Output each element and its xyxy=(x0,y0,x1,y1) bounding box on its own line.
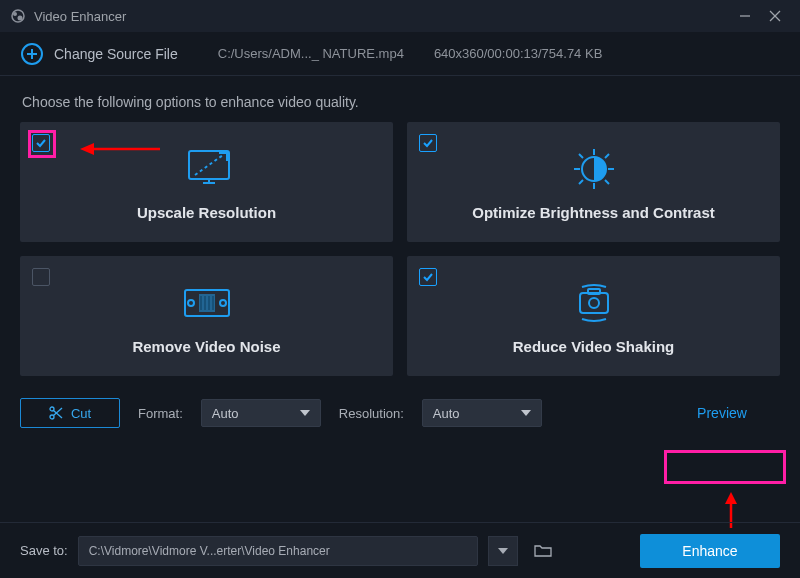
card-title-brightness: Optimize Brightness and Contrast xyxy=(472,204,715,221)
checkbox-noise[interactable] xyxy=(32,268,50,286)
svg-marker-39 xyxy=(300,410,310,416)
brightness-icon xyxy=(564,144,624,194)
enhance-button[interactable]: Enhance xyxy=(640,534,780,568)
card-reduce-shaking[interactable]: Reduce Video Shaking xyxy=(407,256,780,376)
svg-point-36 xyxy=(50,415,54,419)
open-folder-button[interactable] xyxy=(528,536,558,566)
svg-marker-10 xyxy=(80,143,94,155)
card-title-shaking: Reduce Video Shaking xyxy=(513,338,674,355)
card-upscale-resolution[interactable]: Upscale Resolution xyxy=(20,122,393,242)
resolution-label: Resolution: xyxy=(339,406,404,421)
saveto-dropdown-button[interactable] xyxy=(488,536,518,566)
footer: Save to: C:\Vidmore\Vidmore V...erter\Vi… xyxy=(0,522,800,578)
controls-row: Cut Format: Auto Resolution: Auto Previe… xyxy=(0,376,800,428)
annotation-highlight-preview xyxy=(664,450,786,484)
preview-button[interactable]: Preview xyxy=(664,398,780,428)
file-meta: 640x360/00:00:13/754.74 KB xyxy=(434,46,602,61)
instruction-text: Choose the following options to enhance … xyxy=(0,76,800,122)
svg-line-23 xyxy=(579,180,583,184)
scissors-icon xyxy=(49,406,63,420)
options-grid: Upscale Resolution Optimize Brightness a… xyxy=(0,122,800,376)
checkbox-shaking[interactable] xyxy=(419,268,437,286)
format-value: Auto xyxy=(212,406,239,421)
add-source-icon[interactable] xyxy=(20,42,44,66)
card-brightness-contrast[interactable]: Optimize Brightness and Contrast xyxy=(407,122,780,242)
saveto-path-value: C:\Vidmore\Vidmore V...erter\Video Enhan… xyxy=(89,544,330,558)
svg-rect-33 xyxy=(588,289,600,294)
upscale-icon xyxy=(177,144,237,194)
saveto-label: Save to: xyxy=(20,543,68,558)
close-button[interactable] xyxy=(760,0,790,32)
svg-marker-42 xyxy=(725,492,737,504)
saveto-path-field[interactable]: C:\Vidmore\Vidmore V...erter\Video Enhan… xyxy=(78,536,478,566)
folder-icon xyxy=(534,544,552,558)
svg-line-21 xyxy=(605,180,609,184)
file-path: C:/Users/ADM..._ NATURE.mp4 xyxy=(218,46,404,61)
chevron-down-icon xyxy=(498,548,508,554)
svg-line-4 xyxy=(770,11,780,21)
svg-point-1 xyxy=(13,12,17,16)
change-source-link[interactable]: Change Source File xyxy=(54,46,178,62)
app-icon xyxy=(10,8,26,24)
card-remove-noise[interactable]: Remove Video Noise xyxy=(20,256,393,376)
svg-point-35 xyxy=(50,407,54,411)
preview-label: Preview xyxy=(697,405,747,421)
svg-line-22 xyxy=(605,154,609,158)
topbar: Change Source File C:/Users/ADM..._ NATU… xyxy=(0,32,800,76)
svg-line-20 xyxy=(579,154,583,158)
minimize-button[interactable] xyxy=(730,0,760,32)
resolution-dropdown[interactable]: Auto xyxy=(422,399,542,427)
resolution-value: Auto xyxy=(433,406,460,421)
svg-rect-32 xyxy=(580,293,608,313)
svg-point-34 xyxy=(589,298,599,308)
format-dropdown[interactable]: Auto xyxy=(201,399,321,427)
svg-point-26 xyxy=(220,300,226,306)
checkbox-brightness[interactable] xyxy=(419,134,437,152)
svg-point-0 xyxy=(12,10,24,22)
chevron-down-icon xyxy=(521,410,531,416)
noise-icon xyxy=(177,278,237,328)
app-title: Video Enhancer xyxy=(34,9,730,24)
cut-label: Cut xyxy=(71,406,91,421)
titlebar: Video Enhancer xyxy=(0,0,800,32)
format-label: Format: xyxy=(138,406,183,421)
svg-marker-43 xyxy=(498,548,508,554)
card-title-upscale: Upscale Resolution xyxy=(137,204,276,221)
svg-line-5 xyxy=(770,11,780,21)
svg-point-25 xyxy=(188,300,194,306)
annotation-arrow-icon xyxy=(80,140,160,158)
cut-button[interactable]: Cut xyxy=(20,398,120,428)
svg-marker-40 xyxy=(521,410,531,416)
checkbox-upscale[interactable] xyxy=(32,134,50,152)
svg-line-12 xyxy=(195,155,223,175)
enhance-label: Enhance xyxy=(682,543,737,559)
shaking-icon xyxy=(564,278,624,328)
card-title-noise: Remove Video Noise xyxy=(132,338,280,355)
svg-point-2 xyxy=(18,16,23,21)
chevron-down-icon xyxy=(300,410,310,416)
